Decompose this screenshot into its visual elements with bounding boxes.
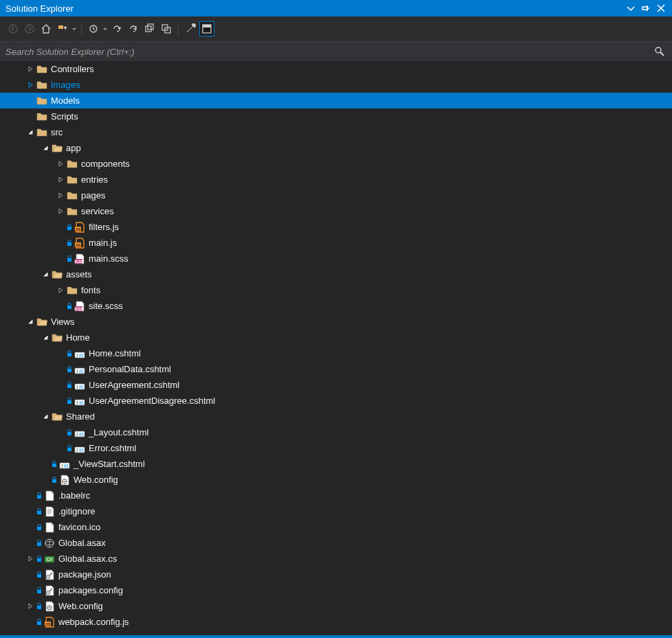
tree-item[interactable]: entries [0, 172, 672, 187]
folder-icon [66, 284, 78, 297]
tree-item[interactable]: Views [0, 314, 672, 330]
tree-item[interactable]: [@]_ViewStart.cshtml [0, 456, 672, 472]
tree-item-label: Models [51, 95, 80, 106]
scss-icon: SCSS [74, 300, 86, 312]
svg-rect-17 [67, 258, 71, 262]
tree-item-label: Web.config [58, 601, 103, 611]
chevron-right-icon[interactable] [25, 601, 36, 612]
tree-item[interactable]: Models [0, 93, 672, 109]
tree-item-label: components [81, 159, 130, 169]
tree-item[interactable]: [@]PersonalData.cshtml [0, 361, 672, 377]
chevron-right-icon[interactable] [25, 554, 36, 565]
folder-o-icon [51, 332, 63, 344]
tree-item-label: .babelrc [58, 490, 90, 501]
separator [81, 22, 82, 36]
tree-item[interactable]: package.json [0, 567, 672, 582]
tree-item[interactable]: JSmain.js [0, 235, 672, 251]
js-icon: JS [74, 221, 86, 233]
close-icon[interactable] [656, 3, 667, 14]
tree-item[interactable]: app [0, 140, 672, 156]
tree-item[interactable]: fonts [0, 282, 672, 298]
chevron-down-icon[interactable] [40, 411, 51, 422]
sync-dropdown[interactable] [71, 28, 77, 30]
dropdown-icon[interactable] [625, 3, 636, 14]
tree-item-label: services [81, 206, 114, 216]
tree-item[interactable]: C#Global.asax.cs [0, 551, 672, 567]
tree-item[interactable]: Web.config [0, 598, 672, 614]
tree-item[interactable]: services [0, 203, 672, 219]
tree-item[interactable]: packages.config [0, 582, 672, 598]
chevron-right-icon[interactable] [55, 285, 66, 296]
tree-item-label: webpack.config.js [58, 617, 129, 627]
search-icon[interactable] [653, 45, 667, 58]
chevron-down-icon[interactable] [40, 332, 51, 343]
svg-text:C#: C# [47, 557, 53, 562]
tree-item[interactable]: components [0, 156, 672, 172]
svg-rect-4 [146, 26, 151, 32]
tree-item-label: Scripts [51, 111, 78, 122]
chevron-down-icon[interactable] [25, 127, 36, 138]
properties-button[interactable] [183, 21, 198, 36]
lock-icon [66, 238, 73, 248]
tree-item-label: filters.js [89, 222, 119, 232]
chevron-down-icon[interactable] [25, 317, 36, 328]
tree-item-label: fonts [81, 285, 100, 295]
tree-item-label: .gitignore [58, 506, 95, 516]
tree-item[interactable]: favicon.ico [0, 519, 672, 535]
cshtml-icon: [@] [58, 458, 71, 470]
separator [178, 22, 179, 36]
tree-item[interactable]: Global.asax [0, 535, 672, 551]
chevron-right-icon[interactable] [25, 64, 36, 75]
chevron-right-icon[interactable] [55, 206, 66, 217]
tree-item[interactable]: assets [0, 266, 672, 282]
home-button[interactable] [38, 21, 54, 36]
folder-icon [36, 79, 48, 91]
tree-item[interactable]: pages [0, 187, 672, 203]
tree-item[interactable]: [@]UserAgreementDisagree.cshtml [0, 393, 672, 409]
chevron-right-icon[interactable] [25, 80, 36, 91]
chevron-right-icon[interactable] [55, 190, 66, 201]
search-input[interactable] [5, 47, 653, 57]
lock-icon [66, 349, 73, 358]
tree-item[interactable]: .babelrc [0, 488, 672, 503]
sync-button[interactable] [55, 21, 70, 36]
tree-item[interactable]: SCSSmain.scss [0, 251, 672, 266]
chevron-right-icon[interactable] [55, 159, 66, 170]
svg-point-1 [9, 25, 17, 33]
tree-item[interactable]: .gitignore [0, 503, 672, 519]
svg-text:[: [ [77, 385, 78, 389]
tree-item[interactable]: Controllers [0, 61, 672, 77]
chevron-right-icon[interactable] [55, 174, 66, 185]
tree-item[interactable]: SCSSsite.scss [0, 298, 672, 314]
tree-item-label: pages [81, 190, 105, 201]
tree-item[interactable]: Scripts [0, 109, 672, 124]
tree-item[interactable]: JSfilters.js [0, 219, 672, 235]
tree-item[interactable]: Images [0, 77, 672, 93]
chevron-down-icon[interactable] [40, 143, 51, 154]
collapse-all-button[interactable] [142, 21, 157, 36]
svg-rect-35 [67, 400, 71, 404]
pending-button[interactable] [86, 21, 101, 36]
chevron-down-icon[interactable] [40, 269, 51, 280]
show-all-button[interactable] [159, 21, 174, 36]
tree-item[interactable]: JSwebpack.config.js [0, 614, 672, 630]
solution-tree[interactable]: ControllersImagesModelsScriptssrcappcomp… [0, 61, 672, 635]
tree-item[interactable]: [@]UserAgreement.cshtml [0, 377, 672, 393]
preview-button[interactable] [199, 21, 214, 36]
pin-icon[interactable] [640, 3, 651, 14]
tree-item[interactable]: Home [0, 330, 672, 345]
refresh-button[interactable] [126, 21, 141, 36]
back-button[interactable] [5, 21, 21, 36]
forward-button[interactable] [22, 21, 37, 36]
tree-item[interactable]: [@]_Layout.cshtml [0, 424, 672, 440]
pending-dropdown[interactable] [102, 28, 108, 30]
tree-item[interactable]: src [0, 124, 672, 140]
tree-item[interactable]: Web.config [0, 472, 672, 488]
tree-item[interactable]: Shared [0, 409, 672, 424]
cshtml-icon: [@] [74, 379, 86, 391]
undo-button[interactable] [109, 21, 124, 36]
tree-item[interactable]: [@]Error.cshtml [0, 440, 672, 456]
svg-text:[: [ [77, 448, 78, 452]
json-icon [43, 569, 56, 581]
tree-item[interactable]: [@]Home.cshtml [0, 345, 672, 361]
